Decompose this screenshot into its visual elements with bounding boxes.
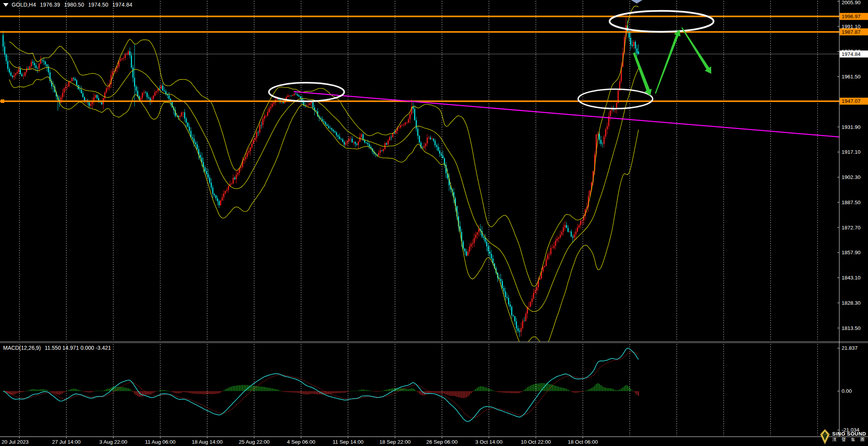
time-tick-label: 25 Aug 22:00 [239,439,270,445]
candle-body [549,254,550,255]
macd-histogram-bar [37,390,38,391]
candle-body [312,102,314,108]
time-tick-label: 18 Aug 14:00 [192,439,223,445]
macd-histogram-bar [189,391,190,393]
macd-histogram-bar [47,390,47,391]
candle-body [7,61,9,69]
candle-body [74,79,76,80]
macd-histogram-bar [436,391,437,393]
candle-body [70,81,71,82]
annotation-ellipse[interactable] [610,11,714,32]
macd-histogram-bar [18,391,19,393]
candle-body [197,144,198,149]
macd-histogram-bar [62,391,63,394]
candle-body [574,234,575,238]
price-chart-canvas[interactable]: 2005.901991.101976.301961.501931.901917.… [0,0,868,446]
macd-histogram-bar [261,387,262,391]
macd-histogram-bar [67,391,68,391]
candle-body [244,159,245,160]
macd-histogram-bar [381,391,382,391]
annotation-ellipse[interactable] [578,89,653,109]
macd-histogram-bar [242,385,243,391]
candle-body [82,93,83,97]
macd-histogram-bar [371,391,371,391]
price-axis[interactable]: 2005.901991.101976.301961.501931.901917.… [837,0,868,437]
candle-body [272,104,273,107]
macd-histogram-bar [48,390,49,391]
macd-histogram-bar [307,391,307,395]
macd-histogram-bar [386,390,387,391]
candle-body [358,142,359,145]
candle-body [129,51,130,55]
macd-histogram-bar [555,386,556,391]
time-axis[interactable]: 20 Jul 202327 Jul 14:003 Aug 22:0011 Aug… [2,437,598,445]
candle-body [366,142,367,143]
macd-histogram-bar [51,391,52,393]
candle-body [569,231,570,232]
candle-body [204,167,206,171]
candle-body [514,316,515,321]
hline-anchor-handle[interactable] [1,99,4,103]
candle-body [467,252,468,255]
macd-histogram-bar [173,391,174,393]
macd-histogram-bar [6,391,7,392]
candle-body [123,58,124,58]
macd-name: MACD(12,26,9) [3,345,41,351]
macd-panel-layer [3,348,639,422]
price-tick-label: 1887.50 [842,200,861,205]
macd-histogram-bar [391,389,392,391]
macd-histogram-bar [330,391,331,394]
macd-histogram-bar [26,391,27,391]
macd-histogram-bar [159,390,160,391]
candle-body [168,95,170,99]
macd-histogram-bar [76,389,77,391]
macd-histogram-bar [410,389,411,391]
forecast-arrow[interactable] [681,27,711,74]
macd-histogram-bar [317,391,318,394]
macd-histogram-bar [530,385,531,391]
candle-body [505,292,506,297]
macd-histogram-bar [450,391,451,396]
candle-body [400,125,401,127]
candle-body [389,137,390,141]
candle-body [31,62,32,66]
macd-histogram-bar [560,387,561,391]
price-tick-label: 1961.50 [842,74,861,80]
candle-body [308,105,309,105]
macd-histogram-bar [525,389,526,391]
macd-histogram-bar [137,391,138,396]
macd-histogram-bar [522,391,523,391]
level-price-badge-label: 1996.97 [842,14,861,19]
candle-body [264,116,265,118]
annotation-ellipse[interactable] [269,83,344,101]
candle-body [485,238,486,242]
candle-body [128,51,129,54]
candle-body [522,321,523,328]
candle-body [79,89,80,90]
symbol-dropdown-icon[interactable] [3,3,9,7]
macd-histogram-bar [72,389,73,391]
macd-histogram-bar [416,391,417,391]
macd-histogram-bar [169,391,170,391]
candle-body [341,139,342,140]
candle-body [153,96,154,99]
macd-histogram-bar [178,391,179,394]
macd-histogram-bar [303,391,304,394]
macd-histogram-bar [203,391,204,394]
candle-body [142,93,143,98]
macd-histogram-bar [192,391,193,394]
candle-body [326,125,327,126]
macd-histogram-bar [366,390,367,391]
descending-trendline[interactable] [294,92,839,137]
macd-histogram-bar [345,391,346,392]
macd-histogram-bar [630,389,631,391]
macd-histogram-bar [543,383,544,391]
forecast-arrow[interactable] [633,52,652,96]
candle-body [208,174,209,177]
candle-body [237,173,239,174]
macd-histogram-bar [461,391,462,398]
macd-histogram-bar [107,389,108,391]
macd-histogram-bar [414,389,415,391]
macd-histogram-bar [15,391,16,394]
macd-histogram-bar [569,390,570,391]
